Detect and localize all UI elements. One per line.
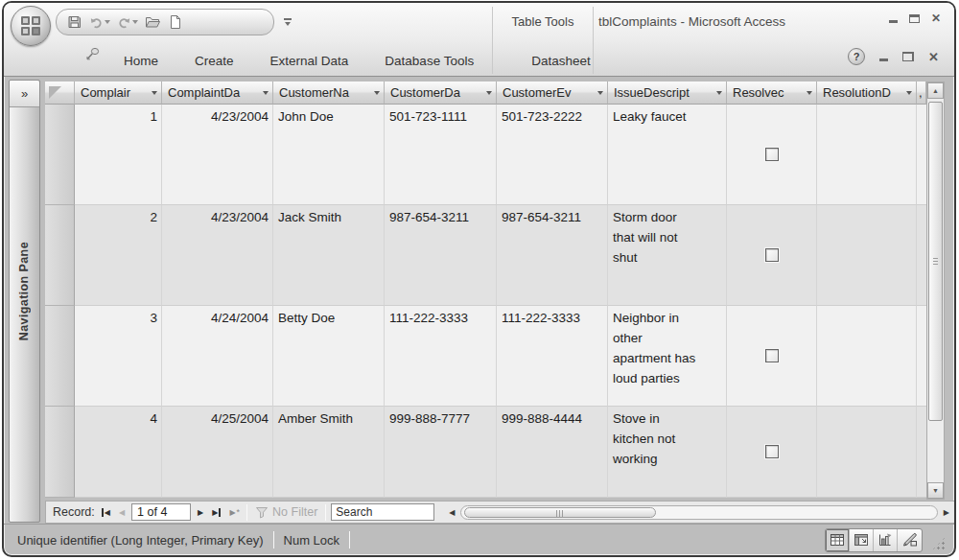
new-record-button[interactable]: ▶* xyxy=(227,508,242,517)
horizontal-scrollbar-track[interactable] xyxy=(460,505,937,520)
column-header-customerdayphone[interactable]: CustomerDa xyxy=(385,82,497,105)
record-selector[interactable] xyxy=(45,205,75,306)
cell-complaintid[interactable]: 3 xyxy=(75,306,162,407)
cell-resolutiondate[interactable] xyxy=(817,306,917,407)
datasheet-view-button[interactable] xyxy=(826,529,850,551)
last-record-button[interactable]: ▶ xyxy=(210,508,222,517)
navigation-pane-collapsed[interactable]: » Navigation Pane xyxy=(9,80,40,523)
column-header-complaintid[interactable]: Complair xyxy=(75,82,162,105)
column-dropdown-icon[interactable] xyxy=(906,91,912,95)
cell-customerdayphone[interactable]: 501-723-1111 xyxy=(385,105,497,205)
resolved-checkbox[interactable] xyxy=(765,248,779,262)
shutter-bar-open-button[interactable]: » xyxy=(10,81,39,107)
close-button[interactable]: ✕ xyxy=(931,12,941,24)
resolved-checkbox[interactable] xyxy=(765,148,779,161)
minimize-button[interactable] xyxy=(889,20,898,23)
cell-issuedescription[interactable]: Neighbor in other apartment has loud par… xyxy=(608,306,727,407)
horizontal-scrollbar-thumb[interactable] xyxy=(464,507,656,518)
filter-indicator[interactable]: No Filter xyxy=(252,505,320,519)
cell-customername[interactable]: Jack Smith xyxy=(273,205,385,306)
cell-customername[interactable]: Amber Smith xyxy=(273,407,385,498)
record-selector[interactable] xyxy=(45,407,75,498)
column-header-customername[interactable]: CustomerNa xyxy=(273,82,385,105)
cell-resolutiondate[interactable] xyxy=(817,205,917,306)
tab-home[interactable]: Home xyxy=(105,46,176,76)
scroll-left-button[interactable]: ◀ xyxy=(447,508,456,517)
column-dropdown-icon[interactable] xyxy=(807,91,812,95)
cell-complaintdate[interactable]: 4/24/2004 xyxy=(162,306,273,407)
cell-issuedescription[interactable]: Stove in kitchen not working xyxy=(608,407,727,498)
scroll-right-button[interactable]: ▶ xyxy=(942,508,951,517)
vertical-scrollbar[interactable]: ▲ ▼ xyxy=(926,82,945,500)
cell-customereveningphone[interactable]: 999-888-4444 xyxy=(497,407,608,498)
cell-complaintdate[interactable]: 4/23/2004 xyxy=(162,105,273,205)
scroll-down-button[interactable]: ▼ xyxy=(927,482,944,499)
column-dropdown-icon[interactable] xyxy=(263,91,269,95)
tab-database-tools[interactable]: Database Tools xyxy=(366,46,492,76)
maximize-button[interactable] xyxy=(909,14,920,23)
column-header-customereveningphone[interactable]: CustomerEv xyxy=(497,82,608,105)
cell-resolutiondate[interactable] xyxy=(817,105,917,205)
first-record-button[interactable]: ◀ xyxy=(100,508,112,517)
vertical-scrollbar-thumb[interactable] xyxy=(928,102,943,421)
tab-external-data[interactable]: External Data xyxy=(252,46,367,76)
cell-complaintid[interactable]: 1 xyxy=(75,105,162,205)
cell-customereveningphone[interactable]: 987-654-3211 xyxy=(497,205,608,306)
next-record-button[interactable]: ▶ xyxy=(196,508,205,517)
tab-create[interactable]: Create xyxy=(176,46,252,76)
pivottable-view-button[interactable] xyxy=(850,529,874,551)
column-dropdown-icon[interactable] xyxy=(486,91,492,95)
undo-button[interactable] xyxy=(88,14,111,31)
doc-restore-button[interactable] xyxy=(902,52,914,61)
qat-customize-button[interactable] xyxy=(280,13,295,31)
record-selector[interactable] xyxy=(45,306,75,407)
open-button[interactable] xyxy=(144,13,162,31)
record-selector[interactable] xyxy=(45,105,75,205)
tab-datasheet[interactable]: Datasheet xyxy=(513,46,609,76)
cell-customername[interactable]: John Doe xyxy=(273,105,385,205)
column-dropdown-icon[interactable] xyxy=(597,91,603,95)
pivotchart-view-button[interactable] xyxy=(874,529,898,551)
resolved-checkbox[interactable] xyxy=(765,445,779,458)
cell-complaintid[interactable]: 4 xyxy=(75,407,162,498)
resolved-checkbox[interactable] xyxy=(765,349,779,362)
column-dropdown-icon[interactable] xyxy=(374,91,380,95)
ribbon-tab-bar: Home Create External Data Database Tools… xyxy=(105,44,609,77)
new-object-button[interactable] xyxy=(167,13,183,31)
cell-customereveningphone[interactable]: 501-723-2222 xyxy=(497,105,608,205)
cell-complaintdate[interactable]: 4/23/2004 xyxy=(162,205,273,306)
column-header-resolved[interactable]: Resolvec xyxy=(727,82,817,105)
doc-close-button[interactable]: ✕ xyxy=(928,50,939,64)
scroll-up-button[interactable]: ▲ xyxy=(927,82,944,99)
help-button[interactable]: ? xyxy=(848,48,865,65)
cell-complaintid[interactable]: 2 xyxy=(75,205,162,306)
column-dropdown-icon[interactable] xyxy=(716,91,722,95)
column-header-overflow[interactable]: , xyxy=(917,82,926,105)
window-resize-grip[interactable] xyxy=(931,536,947,551)
column-header-resolutiondate[interactable]: ResolutionD xyxy=(817,82,917,105)
current-record-box[interactable]: 1 of 4 xyxy=(131,503,191,521)
horizontal-scrollbar[interactable]: ◀ ▶ xyxy=(439,505,951,520)
cell-customerdayphone[interactable]: 111-222-3333 xyxy=(385,306,497,407)
cell-issuedescription[interactable]: Leaky faucet xyxy=(608,105,727,205)
redo-button[interactable] xyxy=(116,14,139,31)
doc-minimize-button[interactable] xyxy=(879,58,888,61)
cell-resolutiondate[interactable] xyxy=(817,407,917,498)
cell-complaintdate[interactable]: 4/25/2004 xyxy=(162,407,273,498)
cell-customereveningphone[interactable]: 111-222-3333 xyxy=(497,306,608,407)
design-view-button[interactable] xyxy=(898,529,922,551)
cell-customerdayphone[interactable]: 987-654-3211 xyxy=(385,205,497,306)
select-all-corner[interactable] xyxy=(45,82,75,105)
cell-issuedescription[interactable]: Storm door that will not shut xyxy=(608,205,727,306)
column-header-complaintdate[interactable]: ComplaintDa xyxy=(162,82,273,105)
column-dropdown-icon[interactable] xyxy=(152,91,157,95)
search-input[interactable] xyxy=(331,503,434,521)
save-button[interactable] xyxy=(66,13,83,31)
office-button[interactable] xyxy=(11,6,51,46)
column-header-issuedescription[interactable]: IssueDescript xyxy=(608,82,727,105)
cell-customerdayphone[interactable]: 999-888-7777 xyxy=(385,407,497,498)
redo-dropdown-icon[interactable] xyxy=(132,20,138,24)
undo-dropdown-icon[interactable] xyxy=(105,20,110,24)
cell-customername[interactable]: Betty Doe xyxy=(273,306,385,407)
previous-record-button[interactable]: ◀ xyxy=(117,508,127,517)
